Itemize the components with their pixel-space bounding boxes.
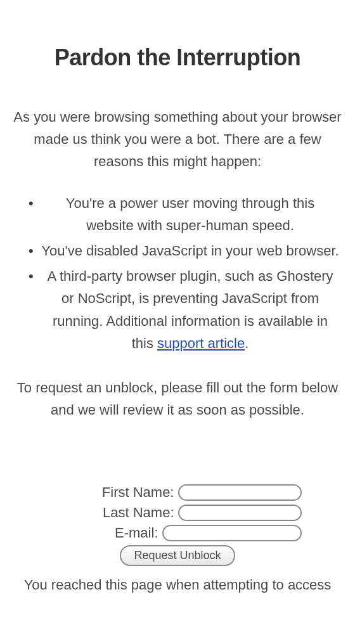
first-name-label: First Name: [54, 484, 174, 501]
first-name-input[interactable] [178, 484, 302, 501]
reason-item: You're a power user moving through this … [32, 192, 339, 236]
reason-item: A third-party browser plugin, such as Gh… [32, 265, 339, 354]
last-name-label: Last Name: [54, 505, 174, 521]
unblock-form: First Name: Last Name: E-mail: Request U… [10, 484, 345, 566]
email-label: E-mail: [54, 525, 158, 541]
page-title: Pardon the Interruption [10, 44, 345, 71]
last-name-row: Last Name: [10, 505, 345, 521]
submit-row: Request Unblock [10, 545, 345, 566]
support-article-link[interactable]: support article [157, 335, 245, 351]
request-unblock-button[interactable]: Request Unblock [120, 545, 235, 566]
instruction-text: To request an unblock, please fill out t… [10, 377, 345, 421]
first-name-row: First Name: [10, 484, 345, 501]
email-input[interactable] [162, 525, 302, 541]
reason-item: You've disabled JavaScript in your web b… [32, 240, 339, 262]
footer-text: You reached this page when attempting to… [10, 574, 345, 596]
last-name-input[interactable] [178, 505, 302, 521]
email-row: E-mail: [10, 525, 345, 541]
reasons-list: You're a power user moving through this … [10, 192, 345, 354]
reason-text-after: . [245, 335, 248, 351]
intro-text: As you were browsing something about you… [10, 106, 345, 173]
